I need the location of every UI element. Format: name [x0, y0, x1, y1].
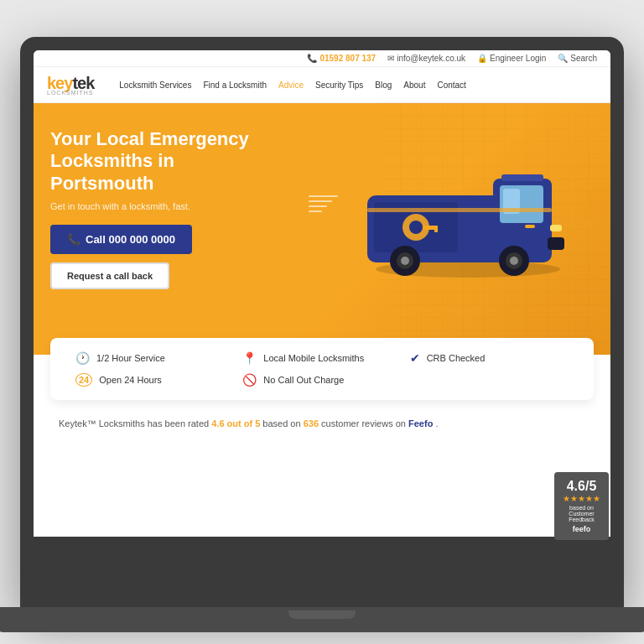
nav-advice[interactable]: Advice: [278, 80, 304, 90]
nav-locksmith-services[interactable]: Locksmith Services: [119, 80, 191, 90]
svg-rect-9: [434, 226, 438, 232]
feefo-brand: feefo: [563, 525, 600, 533]
van-svg: [342, 120, 594, 288]
feefo-label1: based on: [563, 505, 600, 511]
laptop-body: 📞 01592 807 137 ✉ info@keytek.co.uk 🔒 En…: [20, 37, 624, 607]
nav-blog[interactable]: Blog: [375, 80, 392, 90]
email-icon: ✉: [387, 54, 394, 63]
feature-nocallout: 🚫 No Call Out Charge: [242, 373, 401, 387]
call-button[interactable]: 📞 Call 000 000 0000: [50, 225, 192, 254]
email-text: info@keytek.co.uk: [397, 54, 465, 63]
callback-button-label: Request a call back: [67, 271, 153, 281]
nav-find-locksmith[interactable]: Find a Locksmith: [203, 80, 267, 90]
feature-halfhour: 🕐 1/2 Hour Service: [75, 351, 234, 365]
rating-score: 4.6 out of 5: [211, 418, 260, 428]
feature-mobile: 📍 Local Mobile Locksmiths: [242, 351, 401, 365]
motion-line-4: [309, 210, 322, 212]
svg-rect-20: [367, 208, 552, 212]
nav-items: Locksmith Services Find a Locksmith Advi…: [119, 80, 597, 90]
feefo-badge[interactable]: 4.6/5 ★★★★★ based on Customer Feedback f…: [554, 472, 609, 540]
nav-contact[interactable]: Contact: [437, 80, 465, 90]
hero-title: Your Local Emergency Locksmiths in Ports…: [50, 128, 349, 195]
svg-point-12: [401, 257, 409, 265]
svg-point-7: [409, 221, 423, 234]
nav-security-tips[interactable]: Security Tips: [315, 80, 363, 90]
phone-icon: 📞: [307, 54, 317, 63]
laptop-wrapper: 📞 01592 807 137 ✉ info@keytek.co.uk 🔒 En…: [20, 37, 624, 607]
email-contact[interactable]: ✉ info@keytek.co.uk: [387, 54, 465, 63]
svg-rect-19: [525, 225, 535, 228]
clock-icon: 🕐: [75, 351, 90, 365]
nocall-icon: 🚫: [242, 373, 257, 387]
phone-contact[interactable]: 📞 01592 807 137: [307, 54, 376, 63]
rating-bar: Keytek™ Locksmiths has been rated 4.6 ou…: [34, 407, 610, 440]
motion-line-2: [309, 200, 332, 202]
feefo-label3: Feedback: [563, 517, 600, 522]
feefo-label2: Customer: [563, 511, 600, 517]
call-button-label: Call 000 000 0000: [86, 233, 175, 246]
svg-point-15: [510, 257, 518, 265]
feature-nocallout-label: No Call Out Charge: [263, 375, 344, 385]
phone-btn-icon: 📞: [67, 233, 80, 246]
location-icon: 📍: [242, 351, 257, 365]
svg-rect-17: [550, 225, 562, 231]
logo-sub: LOCKSMITHS: [47, 90, 94, 96]
motion-lines: [309, 192, 338, 216]
engineer-login[interactable]: 🔒 Engineer Login: [477, 54, 546, 63]
search-label: Search: [570, 54, 597, 63]
feefo-stars: ★★★★★: [563, 494, 600, 503]
feature-crb-label: CRB Checked: [427, 353, 486, 363]
hero-content: Your Local Emergency Locksmiths in Ports…: [50, 128, 349, 289]
phone-number: 01592 807 137: [319, 54, 376, 63]
feature-crb: ✔ CRB Checked: [410, 351, 569, 365]
feefo-link[interactable]: Feefo: [408, 418, 433, 428]
check-icon: ✔: [410, 351, 420, 365]
main-nav: keytek LOCKSMITHS Locksmith Services Fin…: [34, 67, 610, 103]
feature-24hours-label: Open 24 Hours: [99, 375, 162, 385]
feefo-score: 4.6/5: [563, 479, 600, 494]
feature-halfhour-label: 1/2 Hour Service: [96, 353, 165, 363]
laptop-screen: 📞 01592 807 137 ✉ info@keytek.co.uk 🔒 En…: [34, 50, 610, 537]
hero-section: Your Local Emergency Locksmiths in Ports…: [34, 103, 610, 355]
laptop-base: [0, 607, 644, 632]
feature-24hours: 24 Open 24 Hours: [75, 373, 234, 387]
lock-icon: 🔒: [477, 54, 487, 63]
van-illustration: [342, 120, 594, 288]
feature-mobile-label: Local Mobile Locksmiths: [263, 353, 364, 363]
svg-rect-16: [548, 237, 564, 250]
search-bar[interactable]: 🔍 Search: [558, 54, 597, 63]
motion-line-3: [309, 205, 327, 207]
features-bar: 🕐 1/2 Hour Service 📍 Local Mobile Locksm…: [50, 338, 594, 400]
nav-about[interactable]: About: [403, 80, 425, 90]
rating-text-before: Keytek™ Locksmiths has been rated: [59, 418, 209, 428]
hero-subtitle: Get in touch with a locksmith, fast.: [50, 201, 349, 211]
rating-text-after: customer reviews on: [321, 418, 406, 428]
24hr-icon: 24: [75, 373, 92, 387]
logo[interactable]: keytek LOCKSMITHS: [47, 74, 94, 96]
search-icon: 🔍: [558, 54, 568, 63]
callback-button[interactable]: Request a call back: [50, 262, 169, 289]
motion-line-1: [309, 195, 338, 197]
engineer-login-label: Engineer Login: [490, 54, 546, 63]
top-contact-bar: 📞 01592 807 137 ✉ info@keytek.co.uk 🔒 En…: [34, 50, 610, 67]
svg-rect-18: [501, 174, 543, 181]
rating-count: 636: [304, 418, 319, 428]
